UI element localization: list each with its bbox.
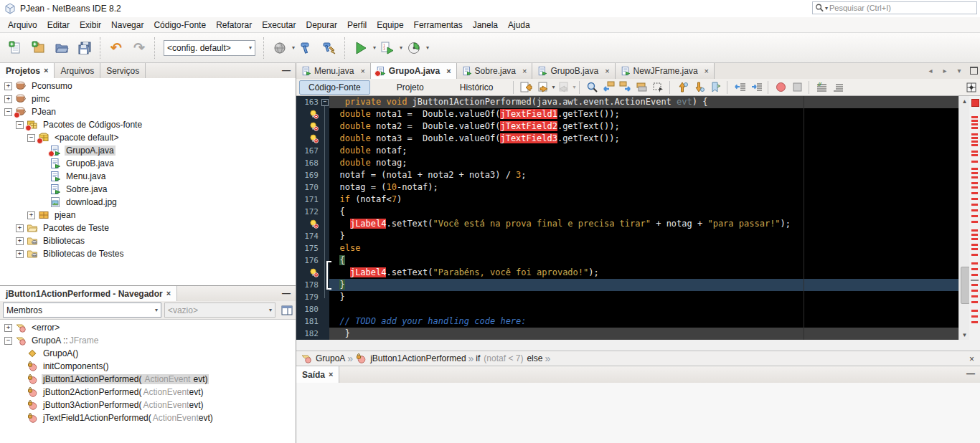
tab-close-icon[interactable]: × [44, 67, 48, 75]
gutter-line-167[interactable]: 167 [296, 145, 321, 157]
run-project-button[interactable] [349, 37, 372, 59]
new-project-button[interactable] [27, 37, 50, 59]
profile-project-button[interactable] [402, 37, 425, 59]
forward-icon[interactable] [555, 80, 571, 95]
menu-item-exibir[interactable]: Exibir [75, 17, 106, 33]
editor-tab-close-icon[interactable]: × [522, 67, 527, 75]
collapse-icon[interactable]: − [27, 134, 35, 142]
tree-item-bibliotecas[interactable]: +Bibliotecas [0, 234, 296, 247]
code-line-163[interactable]: 163− private void jButton1ActionPerforme… [296, 96, 958, 108]
code-line-170[interactable]: 170 notag = (10-notaf); [296, 181, 958, 194]
gutter-line-182[interactable]: 182 [296, 328, 321, 340]
toggle-bookmark-icon[interactable] [707, 80, 723, 95]
tab-output[interactable]: Saída × [296, 366, 339, 383]
tree-item-initcomponents[interactable]: initComponents() [0, 360, 296, 373]
code-line-171[interactable]: 171 if (notaf<7) [296, 194, 958, 206]
tree-item-download-jpg[interactable]: download.jpg [0, 196, 296, 209]
view-button-c-digo-fonte[interactable]: Código-Fonte [299, 80, 370, 95]
tab-arquivos[interactable]: Arquivos [55, 63, 100, 78]
menu-item-equipe[interactable]: Equipe [372, 17, 408, 33]
breadcrumb-item-grupoa[interactable]: GrupoA [301, 353, 345, 364]
code-line-164[interactable]: double nota1 = Double.valueOf(jTextField… [296, 108, 958, 120]
code-line-182[interactable]: 182 } [296, 328, 958, 340]
tab-list-caret-icon[interactable]: ▾ [954, 65, 964, 75]
tree-item-menu-java[interactable]: Menu.java [0, 170, 296, 183]
start-macro-recording-icon[interactable] [773, 80, 788, 95]
scroll-tabs-right-icon[interactable]: ▸ [940, 65, 950, 75]
tree-item-jbutton3actionperformed[interactable]: jButton3ActionPerformed(ActionEvent evt) [0, 399, 296, 411]
clean-build-button[interactable] [318, 37, 341, 59]
toggle-highlight-icon[interactable] [633, 80, 649, 95]
error-status-icon[interactable] [971, 99, 979, 107]
editor-tab-close-icon[interactable]: × [605, 67, 609, 75]
tree-item-bibliotecas-de-testes[interactable]: +Bibliotecas de Testes [0, 247, 296, 260]
editor-tab-grupoa-java[interactable]: GrupoA.java× [371, 63, 457, 79]
scroll-up-icon[interactable]: ▲ [959, 96, 970, 106]
gutter-line-180[interactable]: 180 [296, 303, 321, 315]
find-selection-icon[interactable] [584, 80, 600, 95]
code-line-176[interactable]: 176 { [296, 254, 958, 267]
editor-tab-close-icon[interactable]: × [705, 67, 709, 75]
gutter-line-181[interactable]: 181 [296, 315, 321, 328]
tree-item-pacotes-de-c-digos-fonte[interactable]: −Pacotes de Códigos-fonte [0, 118, 296, 131]
next-bookmark-icon[interactable] [691, 80, 707, 95]
output-body[interactable] [296, 383, 980, 443]
gutter-line-164[interactable] [296, 108, 321, 120]
navigator-tab-close-icon[interactable]: × [166, 290, 171, 297]
fold-collapse-icon[interactable]: − [321, 99, 329, 106]
open-project-button[interactable] [50, 37, 73, 59]
next-occurrence-icon[interactable] [617, 80, 633, 95]
back-caret-icon[interactable]: ▾ [552, 84, 555, 90]
quick-search[interactable]: ▾ [812, 1, 977, 14]
editor-tab-newjframe-java[interactable]: NewJFrame.java× [616, 63, 715, 79]
tree-item-grupob-java[interactable]: GrupoB.java [0, 157, 296, 170]
previous-occurrence-icon[interactable] [600, 80, 616, 95]
code-line-175[interactable]: 175 else [296, 242, 958, 254]
tree-item-jbutton1actionperformed[interactable]: jButton1ActionPerformed(ActionEvent evt) [0, 373, 296, 386]
gutter-line-173[interactable] [296, 218, 321, 230]
tree-item-pacote-default[interactable]: −<pacote default> [0, 131, 296, 144]
code-line-166[interactable]: double nota3 = Double.valueOf(jTextField… [296, 133, 958, 145]
previous-bookmark-icon[interactable] [674, 80, 690, 95]
search-input[interactable] [828, 3, 974, 13]
tree-item-jbutton2actionperformed[interactable]: jButton2ActionPerformed(ActionEvent evt) [0, 386, 296, 399]
tree-item-sobre-java[interactable]: Sobre.java [0, 183, 296, 196]
gutter-line-179[interactable]: 179 [296, 291, 321, 303]
code-line-180[interactable]: 180 [296, 303, 958, 315]
build-project-button[interactable] [295, 37, 318, 59]
output-minimize-button[interactable]: — [966, 369, 976, 378]
new-file-button[interactable] [4, 37, 27, 59]
tree-item-pimc[interactable]: +pimc [0, 92, 296, 105]
code-line-167[interactable]: 167 double notaf; [296, 145, 958, 157]
navigator-window-mode-icon[interactable] [281, 305, 293, 316]
profile-caret-icon[interactable]: ▾ [426, 44, 429, 51]
rectangular-selection-icon[interactable] [650, 80, 666, 95]
maximize-editor-icon[interactable] [969, 65, 979, 75]
stop-macro-recording-icon[interactable] [789, 80, 805, 95]
scroll-down-icon[interactable]: ▼ [959, 330, 970, 340]
gutter-line-169[interactable]: 169 [296, 169, 321, 181]
output-tab-close-icon[interactable]: × [329, 371, 333, 378]
expand-icon[interactable]: + [4, 82, 12, 90]
expand-icon[interactable]: + [4, 324, 12, 332]
gutter-line-163[interactable]: 163 [296, 96, 321, 108]
expand-icon[interactable]: + [16, 224, 24, 232]
tab-servi-os[interactable]: Serviços [100, 63, 146, 78]
config-select[interactable]: <config. default> ▾ [164, 40, 255, 56]
gutter-line-175[interactable]: 175 [296, 242, 321, 254]
breadcrumb-item-jbutton1actionperformed[interactable]: jButton1ActionPerformed [355, 353, 466, 364]
code-rows[interactable]: 163− private void jButton1ActionPerforme… [296, 96, 958, 340]
menu-item-executar[interactable]: Executar [257, 17, 301, 33]
menu-item-c-digo-fonte[interactable]: Código-Fonte [149, 17, 211, 33]
expand-icon[interactable]: + [4, 95, 12, 103]
menu-item-depurar[interactable]: Depurar [301, 17, 342, 33]
tree-item-error[interactable]: +<error> [0, 321, 296, 334]
gutter-line-172[interactable]: 172 [296, 206, 321, 218]
navigator-filter-select[interactable]: <vazio> ▾ [164, 303, 275, 318]
shift-left-icon[interactable] [732, 80, 748, 95]
gutter-line-165[interactable] [296, 120, 321, 133]
editor-tab-close-icon[interactable]: × [360, 67, 364, 75]
editor-tab-menu-java[interactable]: Menu.java× [296, 63, 371, 79]
gutter-line-171[interactable]: 171 [296, 194, 321, 206]
projects-tree[interactable]: +Pconsumo+pimc−PJean−Pacotes de Códigos-… [0, 78, 296, 285]
